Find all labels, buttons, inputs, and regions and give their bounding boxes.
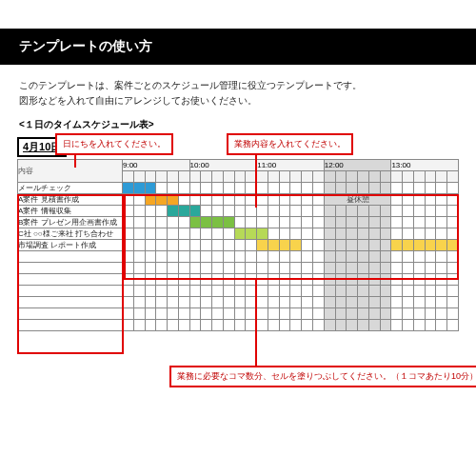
- time-cell: [178, 308, 189, 320]
- time-cell: [335, 274, 347, 286]
- time-cell: [313, 206, 325, 217]
- time-cell: [425, 217, 436, 228]
- table-row: [18, 320, 459, 331]
- time-cell: [436, 297, 447, 308]
- task-name-cell: [18, 263, 123, 274]
- time-cell: [302, 240, 313, 251]
- time-cell: [413, 297, 425, 308]
- time-cell: [347, 274, 358, 286]
- time-cell: [279, 320, 290, 331]
- time-cell: [189, 228, 201, 240]
- time-cell: [324, 217, 335, 228]
- time-cell: [403, 274, 414, 286]
- time-cell: [368, 308, 380, 320]
- time-cell: [257, 251, 268, 263]
- time-cell: [178, 217, 189, 228]
- time-cell: [189, 240, 201, 251]
- time-cell: [212, 228, 224, 240]
- tick-header: [257, 171, 268, 183]
- time-cell: [391, 194, 403, 206]
- time-cell: [178, 297, 189, 308]
- time-cell: [335, 183, 347, 194]
- time-cell: [123, 297, 134, 308]
- time-cell: [313, 297, 325, 308]
- time-cell: [223, 217, 234, 228]
- tick-header: [324, 171, 335, 183]
- time-cell: [290, 297, 302, 308]
- table-row: B案件 プレゼン用企画書作成: [18, 217, 459, 228]
- time-cell: [436, 263, 447, 274]
- time-cell: [380, 206, 391, 217]
- table-row: メールチェック: [18, 183, 459, 194]
- time-cell: [123, 286, 134, 297]
- time-cell: [447, 263, 459, 274]
- time-cell: [358, 240, 369, 251]
- time-cell: [313, 251, 325, 263]
- time-cell: [403, 194, 414, 206]
- time-cell: [189, 194, 201, 206]
- hour-header: 9:00: [123, 160, 190, 171]
- time-cell: [201, 194, 212, 206]
- time-cell: [358, 297, 369, 308]
- time-cell: [189, 263, 201, 274]
- time-cell: [123, 263, 134, 274]
- tick-header: [403, 171, 414, 183]
- time-cell: [324, 206, 335, 217]
- time-cell: [212, 183, 224, 194]
- time-cell: [246, 228, 257, 240]
- time-cell: [368, 274, 380, 286]
- time-cell: [257, 194, 268, 206]
- time-cell: [425, 286, 436, 297]
- time-cell: [257, 297, 268, 308]
- table-row: [18, 297, 459, 308]
- time-cell: [368, 320, 380, 331]
- time-cell: [391, 263, 403, 274]
- callout-task: 業務内容を入れてください。: [227, 133, 353, 155]
- time-cell: [145, 274, 156, 286]
- time-cell: [156, 263, 168, 274]
- time-cell: [413, 308, 425, 320]
- time-cell: [358, 320, 369, 331]
- time-cell: [145, 240, 156, 251]
- time-cell: [290, 228, 302, 240]
- task-name-cell: C社 ○○様ご来社 打ち合わせ: [18, 228, 123, 240]
- time-cell: [234, 274, 246, 286]
- time-cell: [380, 274, 391, 286]
- time-cell: [133, 308, 145, 320]
- time-cell: [223, 251, 234, 263]
- time-cell: [313, 228, 325, 240]
- time-cell: [189, 183, 201, 194]
- time-cell: [425, 263, 436, 274]
- time-cell: [257, 206, 268, 217]
- time-cell: [447, 297, 459, 308]
- time-cell: [380, 251, 391, 263]
- time-cell: [368, 286, 380, 297]
- time-cell: [347, 228, 358, 240]
- time-cell: [358, 286, 369, 297]
- time-cell: [268, 297, 279, 308]
- time-cell: [403, 297, 414, 308]
- tick-header: [447, 171, 459, 183]
- time-cell: [290, 308, 302, 320]
- time-cell: [178, 228, 189, 240]
- time-cell: [380, 308, 391, 320]
- time-cell: [436, 228, 447, 240]
- time-cell: [403, 228, 414, 240]
- time-cell: [223, 274, 234, 286]
- time-cell: [189, 308, 201, 320]
- task-name-cell: A案件 情報収集: [18, 206, 123, 217]
- time-cell: [133, 206, 145, 217]
- time-cell: [347, 320, 358, 331]
- time-cell: [133, 183, 145, 194]
- time-cell: [123, 194, 134, 206]
- time-cell: [279, 308, 290, 320]
- time-cell: [168, 251, 179, 263]
- table-row: [18, 263, 459, 274]
- time-cell: [403, 183, 414, 194]
- time-cell: [324, 286, 335, 297]
- time-cell: [279, 297, 290, 308]
- time-cell: [123, 320, 134, 331]
- task-name-cell: [18, 286, 123, 297]
- time-cell: [313, 263, 325, 274]
- time-cell: [425, 206, 436, 217]
